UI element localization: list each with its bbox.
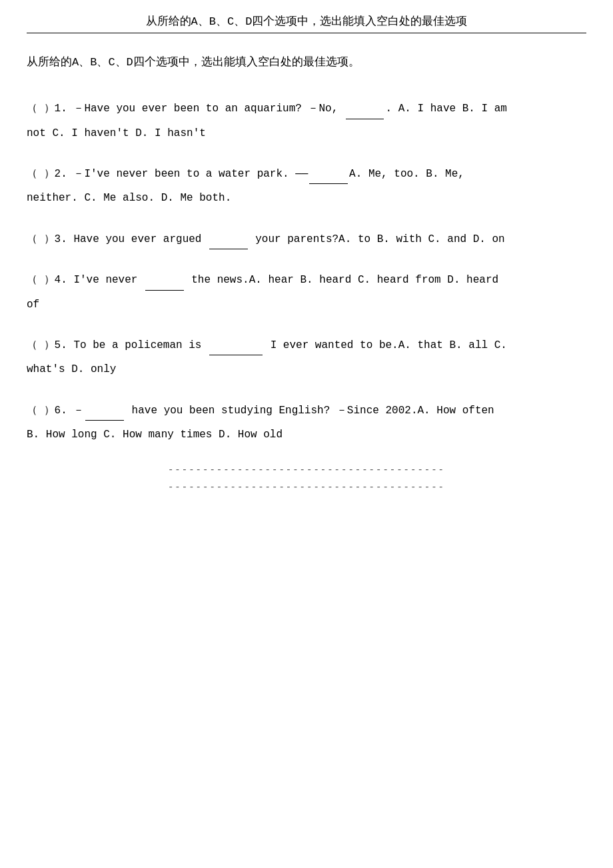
q2-continuation: neither. C. Me also. D. Me both.: [27, 188, 586, 208]
question-4: （ ）4. I've never the news.A. hear B. hea…: [27, 269, 586, 315]
q5-continuation: what's D. only: [27, 359, 586, 379]
instruction: 从所给的A、B、C、D四个选项中，选出能填入空白处的最佳选项。: [27, 53, 586, 71]
instruction-text: 从所给的A、B、C、D四个选项中，选出能填入空白处的最佳选项。: [27, 56, 360, 69]
q2-blank: [309, 163, 348, 184]
q5-text1: To be a policeman is: [73, 339, 208, 351]
q1-bracket: （ ）1.: [27, 103, 73, 115]
q5-bracket: （ ）5.: [27, 339, 73, 351]
question-5: （ ）5. To be a policeman is I ever wanted…: [27, 335, 586, 380]
footer-divider2: ----------------------------------------: [27, 482, 586, 493]
q6-text2: have you been studying English? －Since 2…: [125, 405, 494, 417]
header-title: 从所给的A、B、C、D四个选项中，选出能填入空白处的最佳选项: [146, 15, 468, 28]
page-header: 从所给的A、B、C、D四个选项中，选出能填入空白处的最佳选项: [27, 13, 586, 33]
q2-text2: A. Me, too. B. Me,: [349, 168, 464, 180]
q6-bracket: （ ）6.: [27, 405, 73, 417]
q4-text2: the news.A. hear B. heard C. heard from …: [185, 274, 498, 286]
q4-text1: I've never: [73, 274, 144, 286]
q6-continuation: B. How long C. How many times D. How old: [27, 425, 586, 445]
q1-blank: [346, 98, 384, 119]
footer-divider: ----------------------------------------: [27, 465, 586, 475]
q1-text1: －Have you ever been to an aquarium? －No,: [73, 103, 344, 115]
q4-continuation: of: [27, 295, 586, 315]
q3-bracket: （ ）3.: [27, 233, 73, 245]
question-3: （ ）3. Have you ever argued your parents?…: [27, 229, 586, 249]
q2-bracket: （ ）2.: [27, 168, 73, 180]
q6-text1: －: [73, 405, 84, 417]
q3-text1: Have you ever argued: [73, 233, 208, 245]
q2-text1: －I've never been to a water park. ——: [73, 168, 308, 180]
question-1: （ ）1. －Have you ever been to an aquarium…: [27, 98, 586, 143]
question-4-line: （ ）4. I've never the news.A. hear B. hea…: [27, 269, 586, 290]
question-6-line: （ ）6. － have you been studying English? …: [27, 400, 586, 421]
question-3-line: （ ）3. Have you ever argued your parents?…: [27, 229, 586, 249]
q4-blank: [145, 269, 184, 290]
q5-text2: I ever wanted to be.A. that B. all C.: [264, 339, 507, 351]
question-5-line: （ ）5. To be a policeman is I ever wanted…: [27, 335, 586, 355]
q1-text2: . A. I have B. I am: [385, 103, 506, 115]
question-1-line: （ ）1. －Have you ever been to an aquarium…: [27, 98, 586, 119]
question-2-line: （ ）2. －I've never been to a water park. …: [27, 163, 586, 184]
footer-dashes2: ----------------------------------------: [168, 482, 445, 493]
q3-text2: your parents?A. to B. with C. and D. on: [249, 233, 505, 245]
question-6: （ ）6. － have you been studying English? …: [27, 400, 586, 445]
q3-blank: [209, 229, 248, 249]
q4-bracket: （ ）4.: [27, 274, 73, 286]
q1-continuation: not C. I haven't D. I hasn't: [27, 123, 586, 143]
q5-blank: [209, 335, 263, 355]
q6-blank: [85, 400, 124, 421]
question-2: （ ）2. －I've never been to a water park. …: [27, 163, 586, 209]
footer-dashes: ----------------------------------------: [168, 465, 445, 475]
